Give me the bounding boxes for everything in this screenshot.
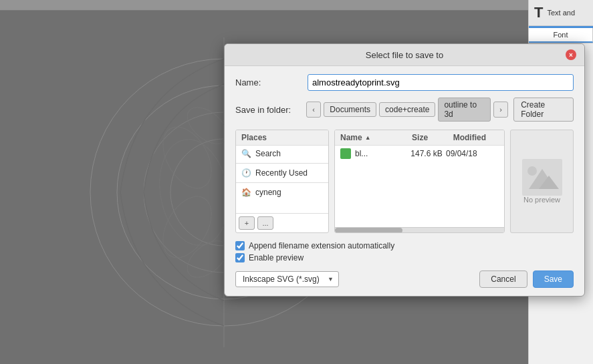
search-icon: 🔍	[241, 149, 251, 158]
svg-point-13	[527, 166, 537, 176]
save-dialog: Select file to save to × Name: Save in f…	[224, 43, 585, 297]
dialog-buttons: Cancel Save	[479, 270, 574, 288]
size-column-header[interactable]: Size	[406, 130, 448, 145]
file-date-cell: 09/04/18	[446, 149, 499, 158]
right-panel-tabs: Font	[529, 28, 593, 43]
sort-arrow-icon: ▲	[365, 134, 371, 141]
home-icon: 🏠	[241, 188, 251, 197]
save-button[interactable]: Save	[533, 270, 574, 288]
clock-icon: 🕐	[241, 168, 251, 178]
enable-preview-label: Enable preview	[249, 253, 304, 262]
bottom-row: Inkscape SVG (*.svg) Plain SVG (*.svg) P…	[235, 270, 574, 288]
folder-navigation: ‹ Documents code+create outline to 3d › …	[306, 98, 574, 122]
horizontal-scrollbar[interactable]	[335, 227, 504, 232]
places-footer: + ...	[236, 213, 328, 232]
breadcrumb-documents[interactable]: Documents	[324, 102, 376, 117]
forward-button[interactable]: ›	[493, 102, 508, 118]
append-extension-label: Append filename extension automatically	[249, 241, 394, 250]
format-select-wrapper: Inkscape SVG (*.svg) Plain SVG (*.svg) P…	[235, 271, 339, 287]
scrollbar-thumb[interactable]	[335, 228, 402, 233]
files-panel: Name ▲ Size Modified bl... 147.6 kB 09/0…	[334, 130, 505, 233]
cancel-button[interactable]: Cancel	[479, 270, 527, 288]
places-panel: Places 🔍 Search 🕐 Recently Used 🏠 cyneng…	[235, 130, 329, 233]
close-icon: ×	[569, 51, 573, 59]
preview-placeholder-icon	[522, 159, 562, 196]
file-name-cell: bl...	[340, 148, 410, 159]
places-divider-2	[236, 182, 328, 183]
files-body: bl... 147.6 kB 09/04/18	[335, 146, 504, 227]
preview-panel: No preview	[510, 130, 574, 233]
places-search-label: Search	[255, 149, 281, 158]
back-button[interactable]: ‹	[306, 102, 321, 118]
tab-font[interactable]: Font	[529, 28, 593, 43]
file-thumbnail	[340, 148, 351, 159]
close-button[interactable]: ×	[566, 49, 576, 60]
breadcrumb-outline-to-3d[interactable]: outline to 3d	[438, 98, 490, 122]
create-folder-button[interactable]: Create Folder	[513, 98, 574, 122]
places-recently-used-label: Recently Used	[255, 168, 308, 178]
name-label: Name:	[235, 77, 302, 87]
save-in-folder-row: Save in folder: ‹ Documents code+create …	[235, 98, 574, 122]
dialog-title: Select file to save to	[243, 50, 566, 60]
checkboxes-row: Append filename extension automatically …	[235, 241, 574, 262]
append-extension-checkbox[interactable]	[235, 241, 245, 250]
enable-preview-checkbox[interactable]	[235, 253, 245, 262]
breadcrumb-code-create[interactable]: code+create	[379, 102, 435, 117]
name-column-header[interactable]: Name ▲	[335, 130, 406, 145]
no-preview-text: No preview	[523, 196, 560, 204]
places-cyneng-label: cyneng	[255, 188, 281, 197]
places-divider	[236, 163, 328, 164]
table-row[interactable]: bl... 147.6 kB 09/04/18	[335, 146, 504, 162]
text-tool-icon: T	[534, 4, 543, 21]
right-panel-header: T Text and	[529, 0, 593, 26]
enable-preview-checkbox-row: Enable preview	[235, 253, 574, 262]
text-and-label: Text and	[547, 9, 575, 17]
filename-input[interactable]	[308, 74, 574, 91]
places-item-search[interactable]: 🔍 Search	[236, 146, 328, 162]
file-size-cell: 147.6 kB	[410, 149, 446, 158]
append-extension-checkbox-row: Append filename extension automatically	[235, 241, 574, 250]
files-header: Name ▲ Size Modified	[335, 130, 504, 146]
date-column-header[interactable]: Modified	[448, 130, 504, 145]
format-select[interactable]: Inkscape SVG (*.svg) Plain SVG (*.svg) P…	[235, 271, 339, 287]
dialog-body: Name: Save in folder: ‹ Documents code+c…	[225, 66, 584, 296]
name-row: Name:	[235, 74, 574, 91]
dialog-titlebar: Select file to save to ×	[225, 44, 584, 66]
places-item-cyneng[interactable]: 🏠 cyneng	[236, 184, 328, 200]
places-title: Places	[236, 130, 328, 146]
save-in-folder-label: Save in folder:	[235, 105, 302, 115]
browser-area: Places 🔍 Search 🕐 Recently Used 🏠 cyneng…	[235, 130, 574, 233]
more-places-button[interactable]: ...	[257, 216, 273, 230]
places-item-recently-used[interactable]: 🕐 Recently Used	[236, 165, 328, 181]
add-place-button[interactable]: +	[239, 216, 255, 230]
